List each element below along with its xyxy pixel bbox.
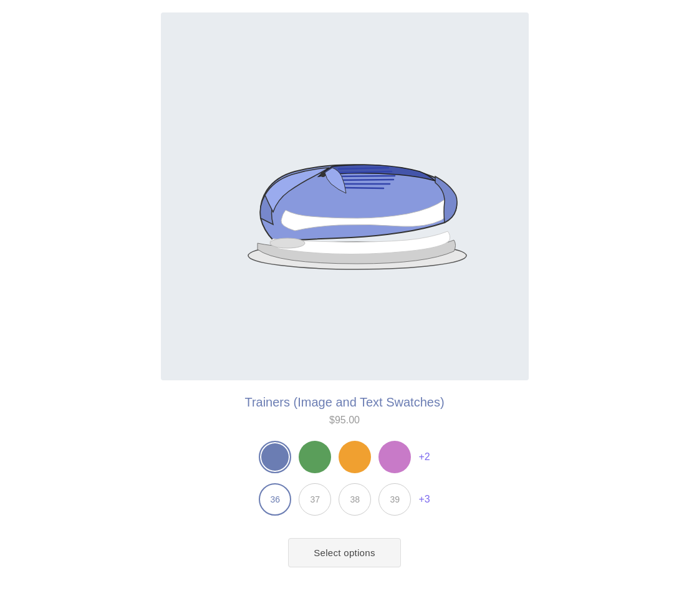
color-swatches-row: +2 — [259, 441, 430, 473]
color-swatch-blue[interactable] — [259, 441, 291, 473]
product-card: Trainers (Image and Text Swatches) $95.0… — [158, 12, 532, 567]
product-title: Trainers (Image and Text Swatches) — [244, 395, 444, 410]
color-more-badge[interactable]: +2 — [418, 451, 430, 463]
size-swatch-39[interactable]: 39 — [378, 483, 411, 516]
svg-line-4 — [335, 180, 393, 180]
color-swatch-pink[interactable] — [378, 441, 411, 473]
color-swatch-orange[interactable] — [339, 441, 371, 473]
product-image-container — [161, 12, 529, 380]
size-swatches-row: 36 37 38 39 +3 — [259, 483, 430, 516]
size-swatch-36[interactable]: 36 — [259, 483, 291, 516]
svg-line-3 — [334, 176, 395, 176]
size-more-badge[interactable]: +3 — [418, 494, 430, 505]
svg-line-6 — [343, 188, 383, 188]
svg-point-8 — [320, 172, 325, 177]
color-swatch-green[interactable] — [299, 441, 331, 473]
product-image — [214, 97, 476, 296]
size-swatch-38[interactable]: 38 — [339, 483, 371, 516]
size-swatch-37[interactable]: 37 — [299, 483, 331, 516]
select-options-button[interactable]: Select options — [288, 538, 400, 567]
product-price: $95.00 — [329, 415, 360, 426]
svg-point-9 — [270, 238, 305, 248]
